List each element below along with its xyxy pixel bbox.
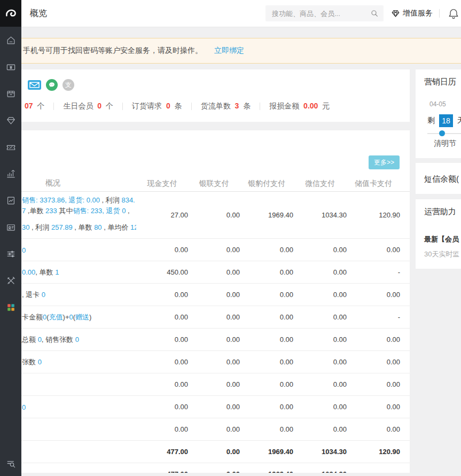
notification-bell-icon[interactable] [448,7,459,22]
overview-stats-card: 支 07 个生日会员 0 个订货请求 0 条货流单数 3 条报损金额 0.00 … [21,69,410,122]
overview-table-body: 销售: 3373.86, 退货: 0.00 , 利润 834.7 ,单数 233… [21,192,410,473]
cell-value: 120.90 [347,448,400,456]
row-label-link[interactable]: 赠送 [75,313,89,321]
cell-value: 0.00 [136,403,188,411]
bind-now-link[interactable]: 立即绑定 [214,46,244,56]
cell-value: 1034.30 [293,470,347,473]
row-label-link[interactable]: 80 [94,223,101,231]
apps-icon [6,302,16,313]
row-label-link[interactable]: 12. [130,223,136,231]
row-label: 0 [21,239,136,261]
vas-label: 增值服务 [403,9,433,18]
channel-icons: 支 [28,79,74,91]
cell-value: 0.00 [293,358,347,366]
stat-label: 生日会员 [63,102,95,110]
cell-value: 0.00 [293,335,347,344]
pospal-logo[interactable] [0,0,21,27]
row-label-line: 张数 0 [22,357,42,367]
search-input[interactable] [265,5,371,21]
cell-value: 0.00 [293,246,347,254]
sidebar-item-package[interactable] [0,80,21,107]
row-label-link[interactable]: 0 [69,313,73,321]
sidebar-item-chart[interactable] [0,160,21,187]
row-label-line: 0.00, 单数 1 [22,268,59,277]
stat-divider [191,103,192,110]
sms-balance-card: 短信余额( [416,163,461,194]
stat-suffix: 条 [241,102,251,110]
sidebar-item-tools[interactable] [0,267,21,294]
row-label-link[interactable]: 257.89 [51,223,73,231]
row-label-link[interactable]: 0.00 [22,268,35,276]
overview-table: 概况现金支付银联支付银豹付支付微信支付储值卡支付 销售: 3373.86, 退货… [21,176,410,473]
header-divider [439,9,440,18]
cell-value: 0.00 [188,448,240,456]
row-label-text: , 利润 [100,196,121,204]
row-label-text: 其中 [57,207,73,215]
calendar-title: 营销日历 [424,77,456,87]
row-label-link[interactable]: 0 [22,403,26,411]
row-label-text: 张数 [22,358,38,366]
more-button[interactable]: 更多>> [369,155,400,169]
cell-value: 0.00 [136,358,188,366]
sidebar-item-coupon[interactable] [0,134,21,160]
sidebar-item-home[interactable] [0,27,21,53]
table-row: 总额 0, 销售张数 00.000.000.000.000.00 [21,329,410,351]
ops-latest-link[interactable]: 最新【会员 [424,235,459,244]
row-label-link[interactable]: 233 [45,207,57,215]
table-header: 概况现金支付银联支付银豹付支付微信支付储值卡支付 [21,176,410,192]
sidebar-item-report[interactable] [0,187,21,214]
timeline-dot[interactable] [439,130,445,136]
mail-icon[interactable] [28,80,41,90]
search-menu-icon[interactable] [0,452,21,474]
row-label-link[interactable]: 0 [38,335,42,344]
table-row: 477.000.001969.401034.30- [21,463,410,473]
search-icon[interactable] [370,9,379,20]
cell-value: 0.00 [293,380,347,388]
row-label-link[interactable]: 0 [22,246,26,254]
search-box [265,5,384,21]
row-label-link[interactable]: 834. [121,196,135,204]
cell-value: 1969.40 [240,470,293,473]
cell-value: 450.00 [136,268,188,276]
row-label-link[interactable]: 30 [22,223,29,231]
table-row: 00.000.000.000.000.00 [21,396,410,418]
cell-value: 0.00 [347,335,400,344]
cell-value: 1969.40 [240,448,293,456]
member-card-icon [6,222,16,232]
row-label-link[interactable]: 销售: 3373.86, 退货: 0.00 [22,196,100,204]
stat-value: 07 [25,102,33,110]
tools-icon [6,276,16,286]
row-label-line: 销售: 3373.86, 退货: 0.00 , 利润 834. [22,196,135,205]
row-label-link[interactable]: 1 [55,268,59,276]
row-label-line: 7 ,单数 233 其中销售: 233, 退货 0 , [22,206,130,216]
chart-icon [6,169,16,179]
cell-value: 1034.30 [293,211,347,219]
row-label-link[interactable]: 销售: 233, 退货 0 [73,207,126,215]
value-added-services-button[interactable]: 增值服务 [391,0,433,27]
row-label-link[interactable]: 0 [42,291,45,299]
row-label-link[interactable]: 0 [38,358,42,366]
cell-value: - [347,268,400,276]
wechat-icon[interactable] [46,79,58,91]
table-row: 477.000.001969.401034.30120.90 [21,441,410,463]
leopard-logo-icon [4,6,18,20]
sidebar-item-apps[interactable] [0,294,21,321]
festival-label[interactable]: 清明节 [434,139,456,149]
sidebar-item-member-card[interactable] [0,214,21,240]
cell-value: 0.00 [188,470,240,473]
row-label: 0.00, 单数 1 [21,261,136,283]
sidebar-item-cash[interactable] [0,53,21,80]
sidebar-item-sliders[interactable] [0,240,21,267]
column-header: 银联支付 [188,179,240,189]
alipay-icon[interactable]: 支 [62,79,74,91]
table-row: 0.000.000.000.000.00 [21,373,410,396]
cell-value: 477.00 [136,448,188,456]
cell-value: 0.00 [188,358,240,366]
cell-value: 0.00 [240,313,293,321]
cell-value: 0.00 [240,380,293,388]
stat-item: 报损金额 0.00 元 [269,102,330,111]
notice-text: 手机号可用于找回密码等账户安全服务，请及时操作。 [23,46,202,56]
row-label-link[interactable]: 0 [75,335,79,344]
sidebar-item-diamond[interactable] [0,107,21,134]
row-label-link[interactable]: 充值 [49,313,63,321]
